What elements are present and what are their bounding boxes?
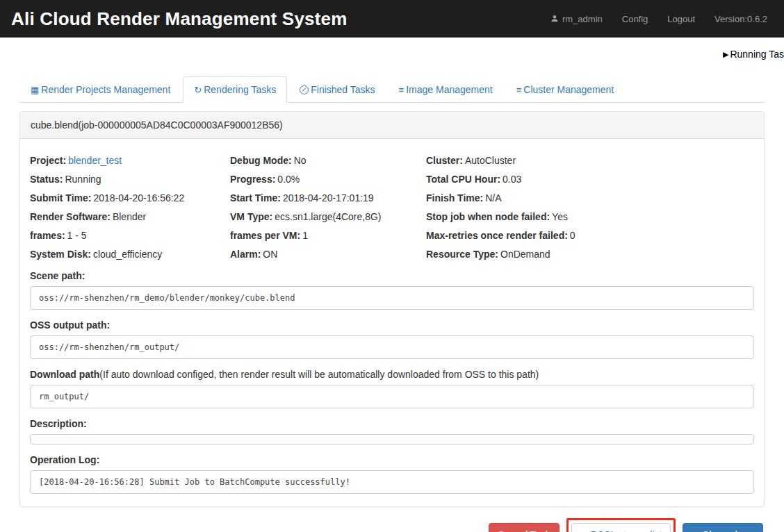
field-frames-per-vm: frames per VM:1 (230, 230, 426, 242)
cancel-task-button[interactable]: Cancel Task (489, 523, 560, 532)
running-task-label: Running Task (730, 49, 784, 60)
refresh-icon: ↻ (194, 85, 202, 95)
app-title: Ali Cloud Render Management System (11, 8, 348, 30)
field-submit-time: Submit Time:2018-04-20-16:56:22 (30, 192, 230, 204)
tab-render-projects-management[interactable]: ▦ Render Projects Management (19, 76, 181, 103)
description-group: Description: (30, 418, 754, 444)
field-cluster: Cluster:AutoCluster (426, 155, 754, 167)
tab-label: Rendering Tasks (204, 84, 276, 95)
bcs-instance-list-label: BCSInstance list (591, 528, 662, 532)
field-render-software: Render Software:Blender (30, 211, 230, 223)
list-icon: ≣ (580, 528, 588, 532)
field-frames: frames:1 - 5 (30, 230, 230, 242)
job-detail-panel: cube.blend(job-000000005AD84C0C00003AF90… (19, 111, 765, 507)
tab-label: Render Projects Management (41, 84, 170, 95)
tab-label: Finished Tasks (311, 84, 375, 95)
tab-image-management[interactable]: ≡ Image Management (388, 76, 504, 103)
tab-rendering-tasks[interactable]: ↻ Rendering Tasks (183, 76, 287, 103)
bcs-instance-list-button[interactable]: ≣ BCSInstance list (571, 523, 671, 532)
tab-cluster-management[interactable]: ≡ Cluster Management (505, 76, 626, 103)
config-link[interactable]: Config (622, 14, 648, 24)
field-status: Status:Running (30, 174, 230, 185)
close-alarm-button[interactable]: ≣ Close alarm (683, 523, 763, 532)
version-label: Version:0.6.2 (714, 14, 767, 24)
field-debug-mode: Debug Mode:No (230, 155, 426, 167)
oss-output-path-label: OSS output path: (30, 319, 754, 331)
annotation-highlight-box: ≣ BCSInstance list (566, 518, 676, 532)
operation-log-label: Operation Log: (30, 454, 754, 465)
job-title: cube.blend(job-000000005AD84C0C00003AF90… (20, 112, 764, 139)
list-icon: ≡ (516, 85, 522, 95)
tab-label: Cluster Management (523, 84, 614, 95)
user-name: rm_admin (562, 14, 603, 24)
field-stop-job-when-node-failed: Stop job when node failed:Yes (426, 211, 754, 223)
description-input[interactable] (30, 434, 754, 444)
main-container: ▦ Render Projects Management ↻ Rendering… (0, 76, 784, 532)
grid-icon: ▦ (31, 85, 39, 95)
field-project: Project:blender_test (30, 155, 230, 167)
list-icon: ≡ (399, 85, 405, 95)
tab-bar: ▦ Render Projects Management ↻ Rendering… (19, 76, 765, 103)
field-system-disk: System Disk:cloud_efficiency (30, 249, 230, 260)
scene-path-group: Scene path: oss://rm-shenzhen/rm_demo/bl… (30, 270, 754, 310)
user-icon (550, 15, 559, 23)
play-icon: ▶ (723, 50, 728, 59)
field-progress: Progress:0.0% (230, 174, 426, 185)
download-path-label: Download path(If auto download configed,… (30, 369, 754, 380)
tab-finished-tasks[interactable]: ✓ Finished Tasks (288, 76, 386, 103)
download-path-note: (If auto download configed, then render … (99, 369, 539, 380)
field-finish-time: Finish Time:N/A (426, 192, 754, 204)
scene-path-input[interactable]: oss://rm-shenzhen/rm_demo/blender/monkey… (30, 286, 754, 310)
page: Ali Cloud Render Management System rm_ad… (0, 0, 784, 532)
field-max-retries: Max-retries once render failed:0 (426, 230, 754, 242)
running-task-toggle[interactable]: ▶ Running Task (723, 49, 784, 60)
operation-log-group: Operation Log: [2018-04-20-16:56:28] Sub… (30, 454, 754, 494)
description-label: Description: (30, 418, 754, 429)
field-total-cpu-hour: Total CPU Hour:0.03 (426, 174, 754, 185)
download-path-group: Download path(If auto download configed,… (30, 369, 754, 408)
list-icon: ≣ (692, 528, 699, 532)
field-alarm: Alarm:ON (230, 249, 426, 260)
user-menu[interactable]: rm_admin (550, 14, 603, 24)
oss-output-path-input[interactable]: oss://rm-shenzhen/rm_output/ (30, 335, 754, 359)
check-circle-icon: ✓ (300, 85, 309, 94)
project-link[interactable]: blender_test (68, 155, 122, 166)
action-bar: Cancel Task ≣ BCSInstance list ≣ Close a… (19, 518, 765, 532)
field-resource-type: Resource Type:OnDemand (426, 249, 754, 260)
job-fields-grid: Project:blender_test Debug Mode:No Clust… (30, 155, 754, 260)
navbar-menu: rm_admin Config Logout Version:0.6.2 (550, 14, 774, 24)
top-navbar: Ali Cloud Render Management System rm_ad… (0, 0, 784, 38)
tab-label: Image Management (406, 84, 493, 95)
operation-log-output: [2018-04-20-16:56:28] Submit Job to Batc… (30, 470, 754, 494)
logout-link[interactable]: Logout (667, 14, 695, 24)
download-path-input[interactable]: rm_output/ (30, 385, 754, 408)
oss-output-path-group: OSS output path: oss://rm-shenzhen/rm_ou… (30, 319, 754, 359)
job-detail-body: Project:blender_test Debug Mode:No Clust… (20, 139, 764, 506)
scene-path-label: Scene path: (30, 270, 754, 281)
field-vm-type: VM Type:ecs.sn1.large(4Core,8G) (230, 211, 426, 223)
close-alarm-label: Close alarm (702, 528, 754, 532)
field-start-time: Start Time:2018-04-20-17:01:19 (230, 192, 426, 204)
